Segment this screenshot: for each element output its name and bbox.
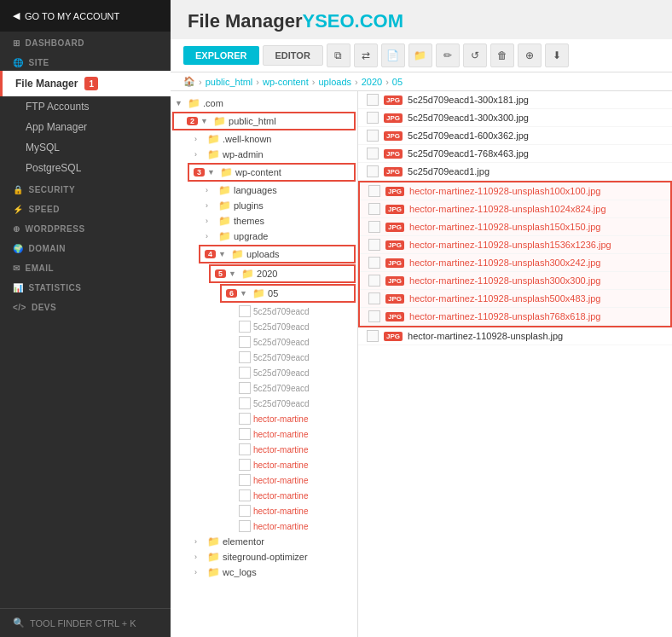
section-email[interactable]: ✉ EMAIL xyxy=(0,257,171,276)
tree-elementor[interactable]: › 📁 elementor xyxy=(171,534,357,549)
file-checkbox[interactable] xyxy=(368,257,380,269)
file-row-highlighted[interactable]: JPG hector-martinez-110928-unsplash300x3… xyxy=(360,272,670,290)
editor-btn[interactable]: EDITOR xyxy=(263,45,323,66)
tree-wp-content[interactable]: 3 ▼ 📁 wp-content xyxy=(189,165,354,180)
file-checkbox[interactable] xyxy=(368,203,380,215)
section-dashboard[interactable]: ⊞ DASHBOARD xyxy=(0,32,171,51)
tree-hector-1[interactable]: hector-martine xyxy=(171,411,357,426)
checkbox[interactable] xyxy=(239,489,251,501)
move-btn[interactable]: ⇄ xyxy=(354,43,378,67)
file-checkbox[interactable] xyxy=(367,330,379,342)
tree-plugins[interactable]: › 📁 plugins xyxy=(171,198,357,213)
tree-file-5[interactable]: 5c25d709eacd xyxy=(171,365,357,380)
tree-hector-7[interactable]: hector-martine xyxy=(171,503,357,518)
tree-languages[interactable]: › 📁 languages xyxy=(171,182,357,198)
checkbox[interactable] xyxy=(239,305,251,317)
breadcrumb-uploads[interactable]: uploads xyxy=(318,77,351,87)
sidebar-item-ftp-accounts[interactable]: FTP Accounts xyxy=(0,96,171,117)
file-checkbox[interactable] xyxy=(367,112,379,124)
section-devs[interactable]: </> DEVS xyxy=(0,296,171,316)
tree-hector-6[interactable]: hector-martine xyxy=(171,488,357,503)
tree-hector-8[interactable]: hector-martine xyxy=(171,518,357,534)
tree-file-1[interactable]: 5c25d709eacd xyxy=(171,304,357,319)
tree-root[interactable]: ▼ 📁 .com xyxy=(171,96,357,111)
tree-upgrade[interactable]: › 📁 upgrade xyxy=(171,229,357,244)
tool-finder[interactable]: 🔍 TOOL FINDER CTRL + K xyxy=(0,608,171,637)
checkbox[interactable] xyxy=(239,474,251,486)
tree-hector-3[interactable]: hector-martine xyxy=(171,442,357,457)
tree-file-3[interactable]: 5c25d709eacd xyxy=(171,334,357,350)
file-row[interactable]: JPG 5c25d709eacd1-768x463.jpg xyxy=(358,145,672,163)
breadcrumb-public-html[interactable]: public_html xyxy=(206,77,253,87)
file-checkbox[interactable] xyxy=(368,221,380,233)
tree-file-2[interactable]: 5c25d709eacd xyxy=(171,319,357,334)
checkbox[interactable] xyxy=(239,367,251,379)
tree-uploads[interactable]: 4 ▼ 📁 uploads xyxy=(200,246,354,262)
tree-2020[interactable]: 5 ▼ 📁 2020 xyxy=(211,266,354,281)
tree-wp-admin[interactable]: › 📁 wp-admin xyxy=(171,147,357,162)
file-row[interactable]: JPG 5c25d709eacd1-600x362.jpg xyxy=(358,127,672,145)
checkbox[interactable] xyxy=(239,459,251,471)
file-row-highlighted[interactable]: JPG hector-martinez-110928-unsplash1536x… xyxy=(360,236,670,254)
tree-file-6[interactable]: 5c25d709eacd xyxy=(171,380,357,396)
file-row-highlighted[interactable]: JPG hector-martinez-110928-unsplash100x1… xyxy=(360,182,670,200)
checkbox[interactable] xyxy=(239,413,251,425)
file-checkbox[interactable] xyxy=(367,94,379,106)
tree-file-4[interactable]: 5c25d709eacd xyxy=(171,350,357,365)
file-row-highlighted[interactable]: JPG hector-martinez-110928-unsplash300x2… xyxy=(360,254,670,272)
tree-themes[interactable]: › 📁 themes xyxy=(171,213,357,229)
tree-hector-5[interactable]: hector-martine xyxy=(171,472,357,488)
sidebar-item-file-manager[interactable]: File Manager 1 xyxy=(0,71,171,96)
file-row[interactable]: JPG 5c25d709eacd1-300x300.jpg xyxy=(358,109,672,127)
section-statistics[interactable]: 📊 STATISTICS xyxy=(0,276,171,296)
section-speed[interactable]: ⚡ SPEED xyxy=(0,198,171,217)
breadcrumb-2020[interactable]: 2020 xyxy=(362,77,382,87)
file-row[interactable]: JPG 5c25d709eacd1-300x181.jpg xyxy=(358,91,672,109)
move2-btn[interactable]: ⊕ xyxy=(518,43,542,67)
checkbox[interactable] xyxy=(239,443,251,455)
section-security[interactable]: 🔒 SECURITY xyxy=(0,178,171,198)
checkbox[interactable] xyxy=(239,382,251,394)
checkbox[interactable] xyxy=(239,428,251,440)
tree-siteground-optimizer[interactable]: › 📁 siteground-optimizer xyxy=(171,549,357,565)
file-checkbox[interactable] xyxy=(368,292,380,304)
tree-wc-logs[interactable]: › 📁 wc_logs xyxy=(171,565,357,580)
checkbox[interactable] xyxy=(239,520,251,532)
file-row[interactable]: JPG hector-martinez-110928-unsplash.jpg xyxy=(358,327,672,345)
copy-btn[interactable]: ⧉ xyxy=(327,43,350,67)
file-row-highlighted[interactable]: JPG hector-martinez-110928-unsplash500x4… xyxy=(360,290,670,308)
section-wordpress[interactable]: ⊕ WORDPRESS xyxy=(0,217,171,237)
file-row-highlighted[interactable]: JPG hector-martinez-110928-unsplash150x1… xyxy=(360,218,670,236)
tree-hector-2[interactable]: hector-martine xyxy=(171,426,357,442)
file-checkbox[interactable] xyxy=(368,239,380,251)
tree-well-known[interactable]: › 📁 .well-known xyxy=(171,131,357,147)
tree-05[interactable]: 6 ▼ 📁 05 xyxy=(222,286,354,301)
checkbox[interactable] xyxy=(239,505,251,517)
new-file-btn[interactable]: 📄 xyxy=(381,43,405,67)
checkbox[interactable] xyxy=(239,321,251,333)
file-checkbox[interactable] xyxy=(367,130,379,142)
checkbox[interactable] xyxy=(239,351,251,363)
delete-btn[interactable]: 🗑 xyxy=(490,43,514,67)
tree-file-7[interactable]: 5c25d709eacd xyxy=(171,396,357,411)
file-checkbox[interactable] xyxy=(368,185,380,197)
file-row-highlighted[interactable]: JPG hector-martinez-110928-unsplash1024x… xyxy=(360,200,670,218)
sidebar-item-mysql[interactable]: MySQL xyxy=(0,137,171,158)
tree-public-html[interactable]: 2 ▼ 📁 public_html xyxy=(174,113,354,129)
breadcrumb-wp-content[interactable]: wp-content xyxy=(263,77,309,87)
go-to-account[interactable]: ◀ GO TO MY ACCOUNT xyxy=(0,0,171,32)
reload-btn[interactable]: ↺ xyxy=(463,43,487,67)
download-btn[interactable]: ⬇ xyxy=(545,43,569,67)
section-domain[interactable]: 🌍 DOMAIN xyxy=(0,237,171,257)
file-checkbox[interactable] xyxy=(368,310,380,322)
checkbox[interactable] xyxy=(239,397,251,409)
explorer-btn[interactable]: EXPLORER xyxy=(183,46,259,65)
file-checkbox[interactable] xyxy=(367,148,379,159)
file-checkbox[interactable] xyxy=(367,165,379,177)
checkbox[interactable] xyxy=(239,336,251,348)
sidebar-item-postgresql[interactable]: PostgreSQL xyxy=(0,158,171,178)
edit-btn[interactable]: ✏ xyxy=(436,43,460,67)
file-checkbox[interactable] xyxy=(368,275,380,287)
sidebar-item-app-manager[interactable]: App Manager xyxy=(0,117,171,137)
tree-hector-4[interactable]: hector-martine xyxy=(171,457,357,472)
